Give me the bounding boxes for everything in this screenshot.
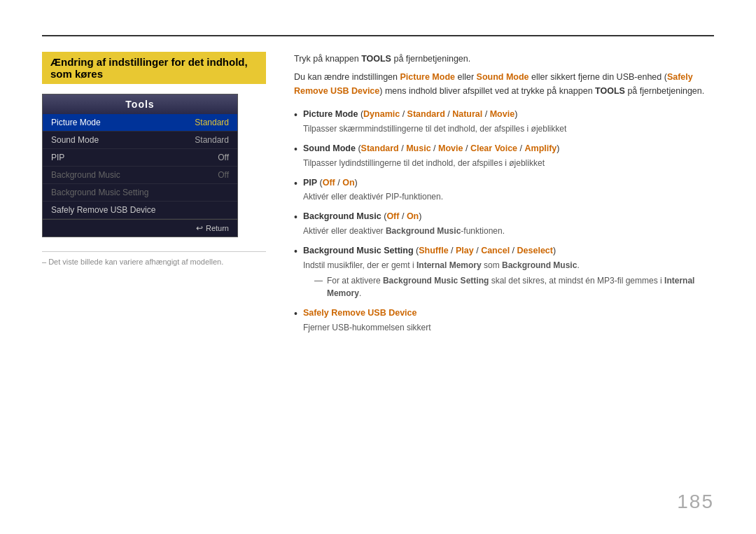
return-icon: ↩: [196, 223, 203, 233]
bullet-item-background-music-setting: Background Music Setting (Shuffle / Play…: [294, 244, 714, 300]
caption-note: – Det viste billede kan variere afhængig…: [42, 251, 266, 266]
bullet-item-picture-mode: Picture Mode (Dynamic / Standard / Natur…: [294, 108, 714, 135]
bullet-title-bgm: Background Music: [303, 211, 382, 221]
bullet-content-background-music: Background Music (Off / On)Aktivér eller…: [303, 210, 714, 237]
left-column: Ændring af indstillinger for det indhold…: [42, 52, 266, 506]
bullet-content-safely-remove: Safely Remove USB DeviceFjerner USB-huko…: [303, 307, 714, 334]
menu-item-background-music-setting[interactable]: Background Music Setting: [43, 184, 237, 202]
bullet-title-pip: PIP: [303, 178, 317, 188]
return-label: Return: [206, 224, 229, 232]
menu-item-picture-mode[interactable]: Picture ModeStandard: [43, 114, 237, 132]
right-column: Tryk på knappen TOOLS på fjernbetjeninge…: [294, 52, 714, 506]
page-number: 185: [677, 491, 714, 513]
page-container: Ændring af indstillinger for det indhold…: [0, 0, 756, 534]
bullet-list: Picture Mode (Dynamic / Standard / Natur…: [294, 108, 714, 334]
menu-item-sound-mode[interactable]: Sound ModeStandard: [43, 132, 237, 149]
tv-menu-header: Tools: [43, 94, 237, 114]
sound-mode-ref: Sound Mode: [477, 72, 529, 82]
bullet-title-picture: Picture Mode: [303, 109, 358, 119]
bullet-content-pip: PIP (Off / On)Aktivér eller deaktivér PI…: [303, 176, 714, 204]
top-border: [42, 35, 714, 36]
content-area: Ændring af indstillinger for det indhold…: [42, 52, 714, 506]
tools-keyword-2: TOOLS: [595, 86, 625, 96]
tv-menu: Tools Picture ModeStandardSound ModeStan…: [42, 94, 238, 237]
tv-menu-footer: ↩ Return: [43, 219, 237, 237]
bullet-item-sound-mode: Sound Mode (Standard / Music / Movie / C…: [294, 142, 714, 169]
menu-item-safely-remove-usb-device[interactable]: Safely Remove USB Device: [43, 202, 237, 219]
picture-mode-ref: Picture Mode: [400, 72, 455, 82]
bullet-title-bgms: Background Music Setting: [303, 246, 414, 255]
bgms-subnote: For at aktivere Background Music Setting…: [314, 274, 714, 300]
menu-items-container: Picture ModeStandardSound ModeStandardPI…: [43, 114, 237, 219]
menu-item-pip[interactable]: PIPOff: [43, 149, 237, 167]
menu-item-background-music[interactable]: Background MusicOff: [43, 167, 237, 184]
tools-keyword-1: TOOLS: [361, 54, 391, 64]
bullet-content-picture-mode: Picture Mode (Dynamic / Standard / Natur…: [303, 108, 714, 135]
intro-line: Tryk på knappen TOOLS på fjernbetjeninge…: [294, 52, 714, 66]
bullet-item-pip: PIP (Off / On)Aktivér eller deaktivér PI…: [294, 176, 714, 204]
bullet-content-sound-mode: Sound Mode (Standard / Music / Movie / C…: [303, 142, 714, 169]
section-title: Ændring af indstillinger for det indhold…: [42, 52, 266, 84]
bullet-title-usb: Safely Remove USB Device: [303, 308, 417, 318]
bullet-content-background-music-setting: Background Music Setting (Shuffle / Play…: [303, 244, 714, 300]
intro-body: Du kan ændre indstillingen Picture Mode …: [294, 70, 714, 98]
bullet-item-background-music: Background Music (Off / On)Aktivér eller…: [294, 210, 714, 237]
bullet-item-safely-remove: Safely Remove USB DeviceFjerner USB-huko…: [294, 307, 714, 334]
bullet-title-sound: Sound Mode: [303, 143, 356, 153]
